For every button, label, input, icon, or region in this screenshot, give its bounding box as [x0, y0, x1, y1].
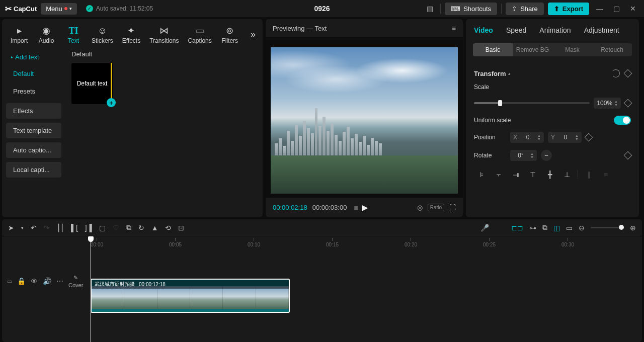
distribute-h-icon[interactable]: ∥: [581, 168, 596, 181]
rotate-icon[interactable]: ⟲: [165, 224, 171, 232]
align-bottom-icon[interactable]: ⊥: [559, 168, 575, 181]
position-y-input[interactable]: Y 0 ▲▼: [548, 132, 582, 143]
trim-right-icon[interactable]: ]▐: [85, 224, 92, 232]
track-preview-icon[interactable]: ▭: [566, 224, 573, 232]
play-button[interactable]: ▶: [362, 203, 368, 212]
selection-tool-icon[interactable]: ➤: [8, 224, 14, 232]
lock-icon[interactable]: 🔒: [17, 277, 26, 285]
export-button[interactable]: ⬆ Export: [548, 3, 589, 15]
keyframe-icon[interactable]: [584, 133, 593, 142]
align-right-icon[interactable]: ⫣: [508, 168, 523, 181]
safe-zone-icon[interactable]: ◎: [417, 204, 423, 211]
menu-button[interactable]: Menu ▾: [41, 3, 77, 15]
position-x-input[interactable]: X 0 ▲▼: [510, 132, 544, 143]
maximize-button[interactable]: ▢: [610, 3, 623, 15]
tab-effects[interactable]: ✦Effects: [118, 23, 144, 46]
subtab-mask[interactable]: Mask: [552, 43, 592, 56]
tabs-overflow-button[interactable]: »: [248, 23, 259, 40]
align-center-h-icon[interactable]: ⫟: [491, 168, 506, 181]
share-button[interactable]: ⇪ Share: [506, 3, 544, 15]
tab-filters[interactable]: ⊚Filters: [217, 23, 243, 46]
fullscreen-icon[interactable]: ⛶: [449, 204, 456, 211]
sidebar-item-local-captions[interactable]: Local capti...: [6, 162, 61, 178]
favorite-icon[interactable]: ♡: [113, 224, 119, 232]
tab-audio[interactable]: ◉Audio: [33, 23, 59, 46]
scale-label: Scale: [474, 83, 506, 91]
crop-icon[interactable]: ⊡: [178, 224, 184, 232]
keyframe-icon[interactable]: [624, 99, 632, 108]
tracks-region[interactable]: 武汉城市延时拍摄 00:00:12:18: [69, 247, 642, 342]
split-icon[interactable]: ⎮⎮: [57, 224, 64, 232]
sidebar-item-auto-captions[interactable]: Auto captio...: [6, 142, 61, 158]
undo-icon[interactable]: ↶: [31, 224, 37, 232]
scale-input[interactable]: 100% ▲▼: [594, 98, 621, 109]
keyframe-icon[interactable]: [624, 151, 632, 160]
sidebar-item-presets[interactable]: Presets: [6, 83, 61, 99]
copies-icon[interactable]: ⧉: [126, 223, 131, 232]
preview-canvas[interactable]: [271, 47, 458, 194]
rotate-input[interactable]: 0° ▲▼: [510, 150, 537, 161]
redo-icon[interactable]: ↷: [44, 224, 50, 232]
layout-icon[interactable]: ▤: [424, 3, 436, 15]
mute-icon[interactable]: 🔊: [43, 277, 51, 285]
rotate-dial[interactable]: −: [541, 150, 552, 161]
tab-import[interactable]: ▸Import: [6, 23, 32, 46]
track-more-icon[interactable]: ⋯: [56, 277, 63, 285]
align-left-icon[interactable]: ⊧: [474, 168, 489, 181]
reverse-icon[interactable]: ↻: [138, 224, 144, 232]
distribute-v-icon[interactable]: ≡: [598, 168, 613, 181]
visibility-icon[interactable]: 👁: [31, 277, 38, 285]
subtab-removebg[interactable]: Remove BG: [513, 43, 552, 56]
add-text-button[interactable]: Add text: [6, 50, 61, 64]
linkage-icon[interactable]: ⊶: [529, 224, 536, 232]
tab-text[interactable]: TIText: [60, 23, 87, 46]
default-text-thumb[interactable]: Default text +: [71, 63, 113, 104]
zoom-slider[interactable]: [591, 227, 624, 228]
mic-icon[interactable]: 🎤: [480, 224, 489, 232]
tab-transitions[interactable]: ⋈Transitions: [145, 23, 183, 46]
delete-icon[interactable]: ▢: [99, 224, 106, 232]
list-icon[interactable]: ≣: [354, 204, 359, 211]
prop-tab-video[interactable]: Video: [474, 24, 493, 38]
preview-axis-icon[interactable]: ◫: [553, 224, 560, 232]
stickers-icon: ☺: [98, 25, 107, 36]
reset-icon[interactable]: [612, 69, 620, 77]
scale-value: 100%: [597, 100, 612, 107]
align-top-icon[interactable]: ⊤: [525, 168, 540, 181]
subtab-basic[interactable]: Basic: [473, 43, 513, 56]
stepper-icon[interactable]: ▲▼: [614, 100, 618, 107]
timeline-ruler[interactable]: 00:00 00:05 00:10 00:15 00:20 00:25 00:3…: [69, 236, 642, 247]
minimize-button[interactable]: ―: [593, 3, 606, 15]
video-clip[interactable]: 武汉城市延时拍摄 00:00:12:18: [91, 279, 290, 313]
sidebar-item-default[interactable]: Default: [6, 66, 61, 81]
prop-tab-adjustment[interactable]: Adjustment: [584, 24, 619, 38]
track-collapse-icon[interactable]: ▭: [7, 278, 12, 285]
stepper-icon[interactable]: ▲▼: [530, 152, 534, 159]
uniform-scale-toggle[interactable]: [614, 116, 631, 125]
stepper-icon[interactable]: ▲▼: [575, 134, 579, 141]
magnet-icon[interactable]: ⊏⊐: [511, 224, 523, 232]
stepper-icon[interactable]: ▲▼: [537, 134, 541, 141]
close-button[interactable]: ✕: [627, 3, 639, 15]
mirror-icon[interactable]: ▲: [151, 224, 158, 232]
ratio-button[interactable]: Ratio: [428, 204, 444, 211]
zoom-in-icon[interactable]: ⊕: [630, 224, 636, 232]
add-icon[interactable]: +: [107, 98, 116, 107]
sidebar-item-effects[interactable]: Effects: [6, 103, 61, 119]
sidebar-item-text-template[interactable]: Text template: [6, 123, 61, 138]
link-icon[interactable]: ⧉: [542, 223, 547, 232]
tab-captions[interactable]: ▭Captions: [184, 23, 215, 46]
align-center-v-icon[interactable]: ╋: [542, 168, 557, 181]
subtab-retouch[interactable]: Retouch: [592, 43, 632, 56]
shortcuts-button[interactable]: ⌨ Shortcuts: [445, 3, 497, 15]
trim-left-icon[interactable]: ▌[: [71, 224, 78, 232]
prop-tab-animation[interactable]: Animation: [539, 24, 571, 38]
collapse-icon[interactable]: ▴: [508, 71, 511, 76]
zoom-out-icon[interactable]: ⊖: [579, 224, 585, 232]
preview-menu-icon[interactable]: ≡: [452, 24, 456, 32]
tool-dropdown-icon[interactable]: ▾: [21, 225, 24, 230]
keyframe-icon[interactable]: [624, 69, 632, 78]
prop-tab-speed[interactable]: Speed: [506, 24, 526, 38]
scale-slider[interactable]: [474, 102, 590, 104]
tab-stickers[interactable]: ☺Stickers: [88, 23, 117, 46]
